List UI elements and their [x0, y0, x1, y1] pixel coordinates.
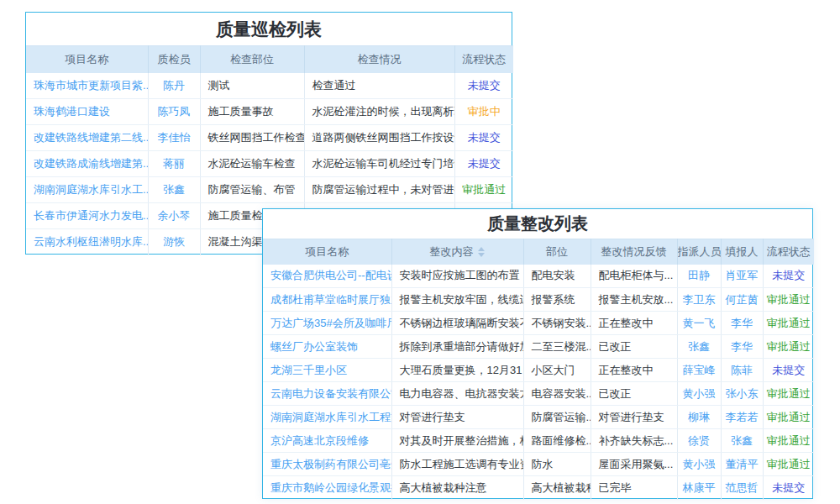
table-cell: 安装时应按施工图的布置，将... [391, 265, 523, 288]
table-cell: 测试 [200, 73, 304, 99]
table-row: 万达广场35#会所及咖啡厅空...不锈钢边框玻璃隔断安装不牢...不锈钢安装..… [263, 312, 814, 335]
project-name-link[interactable]: 长春市伊通河水力发电... [26, 203, 148, 229]
table-row: 湖南洞庭湖水库引水工...张鑫防腐管运输、布管防腐管运输过程中，未对管进行...… [26, 177, 513, 203]
project-name-link[interactable]: 珠海鹤港口建设 [26, 99, 148, 125]
status-badge: 审批中 [454, 99, 513, 125]
person-name-cell: 游恢 [148, 229, 200, 255]
person-name-cell: 董清平 [721, 453, 763, 476]
table-cell: 二至三楼混... [523, 335, 591, 359]
table-cell: 正在整改中 [591, 312, 677, 335]
quality-rectification-table-card: 质量整改列表 项目名称整改内容部位整改情况反馈指派人员填报人流程状态 安徽合肥供… [262, 208, 813, 499]
status-badge: 审批通过 [763, 288, 814, 312]
table-cell: 配电柜柜体与... [591, 265, 677, 288]
person-name-cell: 张鑫 [677, 335, 721, 359]
person-name-cell: 黄小强 [677, 382, 721, 406]
column-header-3: 部位 [523, 239, 591, 265]
table-cell: 路面维修检... [523, 429, 591, 453]
person-name-cell: 张小东 [721, 382, 763, 406]
table-cell: 不锈钢安装... [523, 312, 591, 335]
project-name-link[interactable]: 螺丝厂办公室装饰 [263, 335, 391, 359]
table-cell: 铁丝网围挡工作检查 [200, 125, 304, 151]
person-name-cell: 陈菲 [721, 359, 763, 382]
table-cell: 屋面采用聚氨... [591, 453, 677, 476]
project-name-link[interactable]: 改建铁路线增建第二线... [26, 125, 148, 151]
table-cell: 大理石质量更换，12月31日之... [391, 359, 523, 382]
sort-carets-icon[interactable] [477, 247, 486, 257]
project-name-link[interactable]: 湖南洞庭湖水库引水工程施工I标 [263, 406, 391, 429]
status-badge: 审批通过 [763, 429, 814, 453]
table-row: 京沪高速北京段维修对其及时开展整治措施，桥头...路面维修检...补齐缺失标志.… [263, 429, 814, 453]
table-cell: 防水 [523, 453, 591, 476]
project-name-link[interactable]: 珠海市城市更新项目紫... [26, 73, 148, 99]
project-name-link[interactable]: 京沪高速北京段维修 [263, 429, 391, 453]
status-badge: 未提交 [763, 476, 814, 500]
column-header-label: 整改情况反馈 [601, 245, 667, 258]
project-name-link[interactable]: 云南水利枢纽潜明水库... [26, 229, 148, 255]
project-name-link[interactable]: 改建铁路成渝线增建第... [26, 151, 148, 177]
column-header-label: 质检员 [158, 53, 191, 66]
person-name-cell: 何芷茵 [721, 288, 763, 312]
table-cell: 防腐管运输... [523, 406, 591, 429]
person-name-cell: 余小琴 [148, 203, 200, 229]
table-cell: 报警主机安放牢固，线缆连接... [391, 288, 523, 312]
table-cell: 报警主机安放... [591, 288, 677, 312]
project-name-link[interactable]: 云南电力设备安装有限公司20... [263, 382, 391, 406]
table-cell: 已完毕 [591, 476, 677, 500]
status-badge: 未提交 [763, 359, 814, 382]
project-name-link[interactable]: 安徽合肥供电公司--配电设备... [263, 265, 391, 288]
column-header-label: 检查情况 [358, 53, 402, 66]
table-row: 龙湖三千里小区大理石质量更换，12月31日之...小区大门正在整改中薛宝峰陈菲未… [263, 359, 814, 382]
column-header-7: 流程状态 [763, 239, 814, 265]
person-name-cell: 黄一飞 [677, 312, 721, 335]
person-name-cell: 薛宝峰 [677, 359, 721, 382]
project-name-link[interactable]: 龙湖三千里小区 [263, 359, 391, 382]
project-name-link[interactable]: 成都杜甫草堂临时展厅独立展... [263, 288, 391, 312]
status-badge: 审批通过 [454, 177, 513, 203]
table-cell: 对其及时开展整治措施，桥头... [391, 429, 523, 453]
table-row: 成都杜甫草堂临时展厅独立展...报警主机安放牢固，线缆连接...报警系统报警主机… [263, 288, 814, 312]
column-header-label: 流程状态 [767, 245, 811, 258]
project-name-link[interactable]: 重庆太极制药有限公司亳州中... [263, 453, 391, 476]
column-header-label: 项目名称 [305, 245, 349, 258]
project-name-link[interactable]: 重庆市鹅岭公园绿化景观提升... [263, 476, 391, 500]
status-badge: 未提交 [454, 151, 513, 177]
table-cell: 防腐管运输过程中，未对管进行... [304, 177, 454, 203]
rectification-header-row: 项目名称整改内容部位整改情况反馈指派人员填报人流程状态 [263, 239, 814, 265]
project-name-link[interactable]: 万达广场35#会所及咖啡厅空... [263, 312, 391, 335]
table-cell: 对管进行垫支 [591, 406, 677, 429]
table-row: 螺丝厂办公室装饰拆除到承重墙部分请做好加固...二至三楼混...已改正张鑫李华审… [263, 335, 814, 359]
table-cell: 检查通过 [304, 73, 454, 99]
table-cell: 高大植被栽种注意 [391, 476, 523, 500]
column-header-label: 填报人 [726, 245, 759, 258]
person-name-cell: 李若若 [721, 406, 763, 429]
person-name-cell: 李华 [721, 312, 763, 335]
column-header-2: 质检员 [148, 46, 200, 73]
column-header-5: 流程状态 [454, 46, 513, 73]
table-cell: 补齐缺失标志... [591, 429, 677, 453]
person-name-cell: 田静 [677, 265, 721, 288]
table-cell: 电力电容器、电抗器安装方案... [391, 382, 523, 406]
table-title-rectification: 质量整改列表 [263, 209, 812, 239]
table-row: 云南电力设备安装有限公司20...电力电容器、电抗器安装方案...电容器安装..… [263, 382, 814, 406]
table-cell: 已改正 [591, 335, 677, 359]
column-header-2[interactable]: 整改内容 [391, 239, 523, 265]
table-cell: 水泥砼运输车检查 [200, 151, 304, 177]
status-badge: 未提交 [454, 73, 513, 99]
column-header-label: 流程状态 [462, 53, 506, 66]
status-badge: 未提交 [454, 125, 513, 151]
column-header-3: 检查部位 [200, 46, 304, 73]
table-cell: 水泥砼运输车司机经过专门培训... [304, 151, 454, 177]
table-cell: 已改正 [591, 382, 677, 406]
table-row: 改建铁路成渝线增建第...蒋丽水泥砼运输车检查水泥砼运输车司机经过专门培训...… [26, 151, 513, 177]
table-cell: 配电安装 [523, 265, 591, 288]
column-header-4: 整改情况反馈 [591, 239, 677, 265]
person-name-cell: 陈巧凤 [148, 99, 200, 125]
table-cell: 对管进行垫支 [391, 406, 523, 429]
person-name-cell: 肖亚军 [721, 265, 763, 288]
table-cell: 道路两侧铁丝网围挡工作按设计... [304, 125, 454, 151]
table-cell: 高大植被栽种 [523, 476, 591, 500]
project-name-link[interactable]: 湖南洞庭湖水库引水工... [26, 177, 148, 203]
table-row: 重庆太极制药有限公司亳州中...防水工程施工选调有专业资质...防水屋面采用聚氨… [263, 453, 814, 476]
column-header-label: 整改内容 [430, 245, 474, 258]
column-header-4: 检查情况 [304, 46, 454, 73]
